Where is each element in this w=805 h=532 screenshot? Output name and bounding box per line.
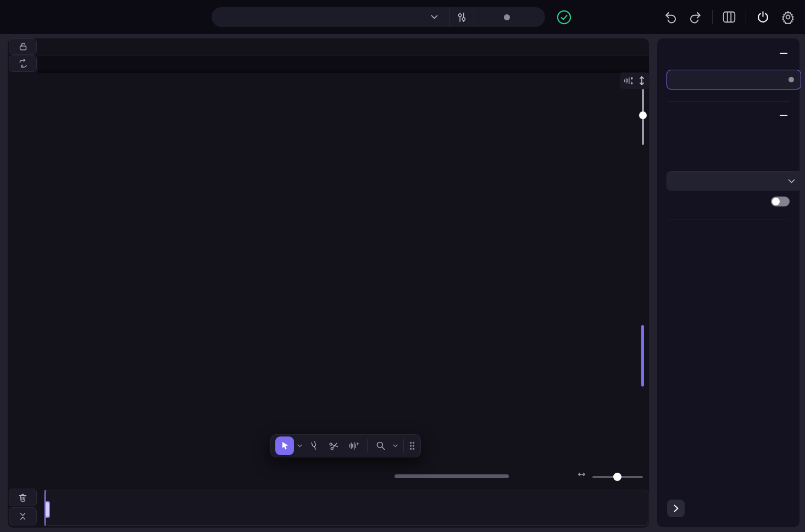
macro-select-dropdown[interactable]	[212, 7, 449, 27]
waveform-height-icon[interactable]	[624, 76, 634, 85]
capture-button[interactable]	[474, 7, 545, 27]
vertical-zoom-chip	[620, 72, 649, 89]
top-bar	[0, 0, 805, 34]
chevron-down-icon	[431, 15, 438, 19]
vertical-scrollbar[interactable]	[641, 325, 644, 387]
divider	[403, 439, 404, 452]
divider	[746, 10, 746, 24]
panel-layout-button[interactable]	[720, 8, 738, 26]
snap-toggle-knob	[772, 198, 780, 205]
vertical-zoom-icon[interactable]	[638, 76, 646, 86]
divider	[667, 220, 790, 220]
selection-end-handle[interactable]	[45, 501, 50, 518]
loop-icon	[18, 58, 29, 69]
divider	[367, 439, 368, 452]
delete-button[interactable]	[9, 489, 37, 506]
zoom-tool-button[interactable]	[372, 437, 390, 455]
select-tool-chevron-icon[interactable]	[296, 444, 303, 447]
side-panel	[657, 38, 800, 527]
note-detect-tool-button[interactable]	[345, 437, 363, 455]
macro-settings-button[interactable]	[449, 7, 474, 27]
scale-section-header	[667, 113, 790, 118]
tracks-collapse-button[interactable]	[778, 51, 790, 56]
vertical-zoom-knob[interactable]	[639, 111, 647, 119]
waveform-overview[interactable]	[44, 490, 648, 526]
window-controls	[662, 0, 797, 34]
snap-toggle[interactable]	[771, 197, 790, 206]
overview-waveform	[45, 490, 648, 525]
note-grid[interactable]	[38, 73, 649, 477]
pitch-editor-panel	[8, 38, 649, 528]
zoom-tool-chevron-icon[interactable]	[392, 444, 399, 447]
toolbar-drag-handle[interactable]	[408, 441, 416, 451]
divider	[712, 10, 713, 24]
scale-collapse-button[interactable]	[778, 113, 790, 118]
snap-to-scale-row	[667, 197, 790, 206]
track-item-lead-vocal[interactable]	[667, 70, 801, 89]
chevron-down-icon	[788, 179, 795, 183]
app-logo	[8, 8, 12, 25]
timeline-ruler[interactable]	[38, 38, 649, 55]
horizontal-zoom-icon	[577, 471, 586, 478]
pitch-fork-tool-button[interactable]	[306, 437, 323, 455]
scissors-tool-button[interactable]	[325, 437, 343, 455]
settings-gear-button[interactable]	[779, 8, 797, 26]
record-dot-icon	[504, 14, 510, 20]
loop-button[interactable]	[9, 55, 37, 72]
sliders-icon	[456, 12, 468, 23]
unlock-icon	[18, 41, 29, 52]
notes-overlay	[38, 73, 649, 477]
tool-palette	[270, 434, 421, 457]
horizontal-scrollbar[interactable]	[395, 474, 509, 478]
select-tool-button[interactable]	[275, 436, 294, 455]
lock-button[interactable]	[9, 38, 37, 55]
trim-button[interactable]	[9, 507, 37, 525]
horizontal-zoom-knob[interactable]	[613, 473, 621, 481]
scale-select-dropdown[interactable]	[667, 171, 802, 191]
trim-collapse-icon	[18, 511, 28, 522]
power-button[interactable]	[754, 8, 771, 26]
capture-ready-check-icon	[557, 10, 571, 25]
panel-expand-button[interactable]	[667, 500, 685, 517]
divider	[667, 101, 790, 102]
trash-icon	[18, 492, 28, 503]
macro-control-group	[212, 7, 545, 27]
tracks-section-header	[667, 51, 790, 56]
repitch-window	[0, 0, 805, 532]
redo-button[interactable]	[687, 8, 704, 26]
macro-indicator-strip	[38, 55, 649, 70]
track-status-dot	[789, 77, 794, 82]
undo-button[interactable]	[662, 8, 679, 26]
